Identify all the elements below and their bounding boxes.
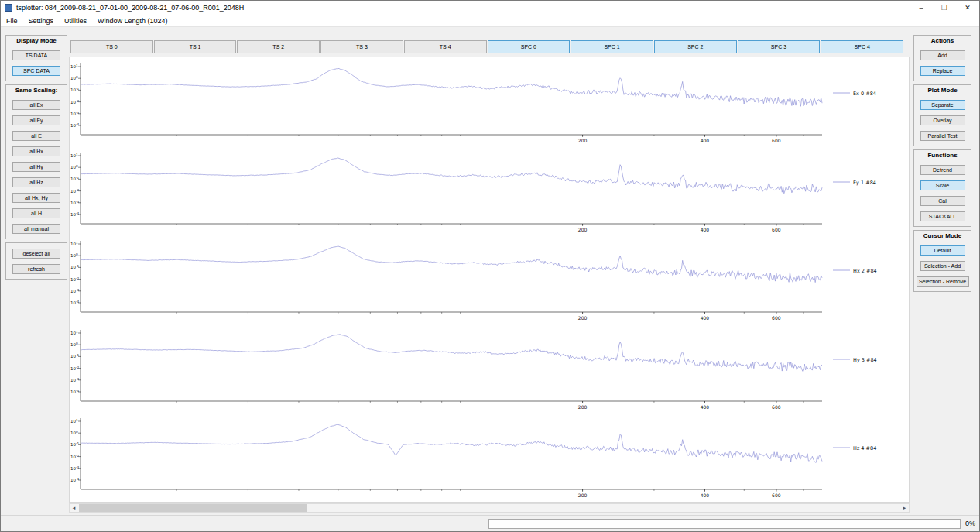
scrollbar-thumb[interactable] [79,504,307,512]
scroll-right-icon[interactable]: ► [900,504,909,512]
button-cal[interactable]: Cal [920,196,965,206]
y-tick-label: 10-2 [70,365,80,370]
x-tick-label: 600 [772,404,781,410]
plot-ex-0-84[interactable]: 10110010-110-210-310-4200400600Ex 0 #84 [70,57,909,146]
group-misc: deselect allrefresh [5,242,67,280]
x-tick-label: 200 [578,493,588,498]
tab-spc-3[interactable]: SPC 3 [738,40,821,53]
titlebar: tsplotter: 084_2009-08-21_07-01-00_2009-… [1,1,979,15]
scroll-left-icon[interactable]: ◄ [70,504,78,512]
x-tick-label: 200 [578,227,588,232]
menubar: FileSettingsUtilitiesWindow Length (1024… [1,15,979,27]
button-all-manual[interactable]: all manual [12,224,60,234]
y-tick-label: 10-2 [70,276,80,282]
y-tick-label: 10-4 [70,211,80,217]
y-tick-label: 100 [70,342,78,347]
y-tick-label: 101 [70,418,78,424]
y-tick-label: 100 [70,75,78,81]
tab-ts-3[interactable]: TS 3 [320,40,403,53]
y-tick-label: 10-2 [70,454,80,459]
button-refresh[interactable]: refresh [12,264,60,274]
y-tick-label: 10-1 [70,353,80,359]
button-default[interactable]: Default [920,245,965,256]
plot-hz-4-84[interactable]: 10110010-110-210-310-4200400600Hz 4 #84 [70,412,909,500]
statusbar: 0% [1,515,979,531]
x-tick-label: 400 [701,138,710,143]
button-deselect-all[interactable]: deselect all [12,249,60,259]
horizontal-scrollbar[interactable]: ◄ ► [69,503,910,513]
y-tick-label: 10-2 [70,187,80,193]
group-title-functions: Functions [914,150,971,160]
plot-area[interactable]: 10110010-110-210-310-4200400600Ex 0 #841… [69,57,910,503]
button-selection-add[interactable]: Selection - Add [920,261,965,271]
legend-label: Ey 1 #84 [853,179,876,185]
spectrum-line [81,158,822,194]
maximize-button[interactable]: ❐ [933,1,956,15]
x-tick-label: 200 [578,404,588,410]
button-stackall[interactable]: STACKALL [920,211,965,221]
y-tick-label: 10-1 [70,87,80,92]
button-all-ex[interactable]: all Ex [12,100,60,110]
spectrum-line [81,69,822,107]
button-all-e[interactable]: all E [12,131,60,141]
menu-file[interactable]: File [1,17,23,25]
legend-label: Hx 2 #84 [853,268,877,274]
y-tick-label: 10-3 [70,288,80,293]
menu-utilities[interactable]: Utilities [59,17,92,25]
group-title-plot-mode: Plot Mode [914,85,971,94]
button-detrend[interactable]: Detrend [920,165,965,175]
button-selection-remove[interactable]: Selection - Remove [917,276,969,287]
button-ts-data[interactable]: TS DATA [12,50,60,60]
button-all-hz[interactable]: all Hz [12,177,60,187]
group-functions: FunctionsDetrendScaleCalSTACKALL [913,149,971,227]
button-add[interactable]: Add [920,50,965,60]
plot-ey-1-84[interactable]: 10110010-110-210-310-4200400600Ey 1 #84 [70,146,909,235]
spectrum-line [81,425,822,463]
button-separate[interactable]: Separate [920,100,965,110]
y-tick-label: 10-1 [70,176,80,181]
tab-spc-1[interactable]: SPC 1 [571,40,653,53]
button-spc-data[interactable]: SPC DATA [12,66,60,76]
y-tick-label: 10-4 [70,300,80,305]
tab-ts-1[interactable]: TS 1 [154,40,237,53]
menu-window-length-1024[interactable]: Window Length (1024) [92,17,173,25]
button-all-hy[interactable]: all Hy [12,162,60,172]
y-tick-label: 100 [70,252,78,258]
group-plot-mode: Plot ModeSeparateOverlayParallel Test [913,84,971,146]
minimize-button[interactable]: – [910,1,933,15]
plot-axes [81,418,822,489]
menu-settings[interactable]: Settings [23,17,60,25]
button-overlay[interactable]: Overlay [920,115,965,125]
tab-ts-4[interactable]: TS 4 [404,40,487,53]
button-all-ey[interactable]: all Ey [12,115,60,125]
button-all-hx[interactable]: all Hx [12,146,60,156]
button-parallel-test[interactable]: Parallel Test [920,131,965,141]
plot-hy-3-84[interactable]: 10110010-110-210-310-4200400600Hy 3 #84 [70,324,909,412]
y-tick-label: 10-1 [70,442,80,448]
tab-spc-4[interactable]: SPC 4 [821,40,903,53]
tab-spc-2[interactable]: SPC 2 [654,40,737,53]
group-title-cursor-mode: Cursor Mode [914,231,971,240]
group-title-same-scaling: Same Scaling: [6,85,67,94]
y-tick-label: 101 [70,63,78,69]
button-all-hx-hy[interactable]: all Hx, Hy [12,193,60,203]
app-icon [5,4,12,12]
x-tick-label: 600 [772,227,781,232]
tab-ts-0[interactable]: TS 0 [70,40,153,53]
group-title-display-mode: Display Mode [6,36,67,45]
close-button[interactable]: ✕ [956,1,979,15]
tab-ts-2[interactable]: TS 2 [237,40,320,53]
button-scale[interactable]: Scale [920,180,965,190]
y-tick-label: 100 [70,431,78,436]
plot-hx-2-84[interactable]: 10110010-110-210-310-4200400600Hx 2 #84 [70,235,909,323]
left-panel: Display ModeTS DATASPC DATASame Scaling:… [5,35,67,283]
plot-axes [81,63,822,135]
button-all-h[interactable]: all H [12,208,60,218]
legend-label: Ex 0 #84 [853,91,876,97]
plot-axes [81,153,822,224]
tab-spc-0[interactable]: SPC 0 [488,40,571,53]
button-replace[interactable]: Replace [920,66,965,76]
legend-label: Hy 3 #84 [853,356,877,362]
spectrum-line [81,335,822,372]
y-tick-label: 100 [70,164,78,170]
